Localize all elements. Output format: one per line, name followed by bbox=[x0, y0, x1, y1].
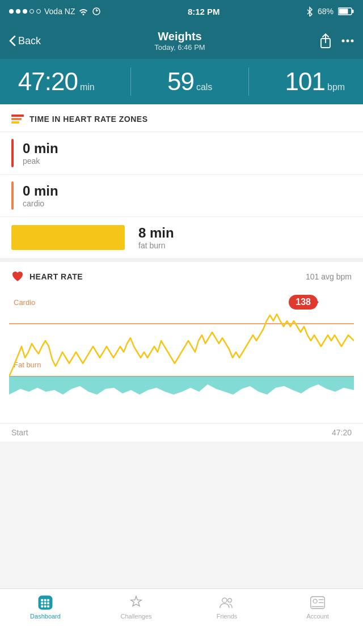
svg-point-11 bbox=[347, 40, 349, 43]
status-time: 8:12 PM bbox=[188, 7, 220, 16]
zone-cardio-border bbox=[11, 181, 14, 210]
nav-bar: Back Weights Today, 6:46 PM bbox=[0, 23, 363, 59]
carrier-label: Voda NZ bbox=[44, 7, 75, 16]
bpm-unit: bpm bbox=[327, 82, 345, 92]
stats-bar: 47:20 min 59 cals 101 bpm bbox=[0, 59, 363, 104]
nav-actions bbox=[319, 33, 354, 49]
zones-icon bbox=[11, 115, 24, 124]
friends-label: Friends bbox=[217, 613, 238, 620]
nav-item-account[interactable]: Account bbox=[272, 595, 363, 620]
back-label: Back bbox=[18, 35, 41, 47]
share-icon[interactable] bbox=[319, 33, 332, 49]
zone-cardio: 0 min cardio bbox=[0, 175, 363, 217]
page-subtitle: Today, 6:46 PM bbox=[154, 43, 205, 52]
activity-icon bbox=[92, 7, 101, 16]
stat-divider-2 bbox=[248, 67, 249, 96]
account-icon bbox=[310, 595, 326, 611]
zone-fatburn-info: 8 min fat burn bbox=[138, 225, 174, 250]
account-icon-container bbox=[310, 595, 326, 611]
duration-value: 47:20 bbox=[18, 67, 78, 96]
hr-section-header: HEART RATE 101 avg bpm bbox=[0, 259, 363, 287]
duration-unit: min bbox=[80, 82, 95, 92]
bpm-value: 101 bbox=[285, 67, 325, 96]
wifi-icon bbox=[78, 7, 88, 15]
hr-left: HEART RATE bbox=[11, 271, 83, 282]
svg-rect-23 bbox=[44, 605, 47, 608]
svg-rect-18 bbox=[47, 599, 49, 601]
stat-duration: 47:20 min bbox=[18, 67, 95, 96]
svg-rect-19 bbox=[41, 602, 43, 604]
svg-point-26 bbox=[228, 599, 232, 603]
zone-peak-border bbox=[11, 139, 14, 167]
chart-timeline: Start 47:20 bbox=[0, 423, 363, 442]
zone-peak-info: 0 min peak bbox=[23, 141, 58, 166]
status-bar: Voda NZ 8:12 PM 68% bbox=[0, 0, 363, 23]
zone-cardio-label: cardio bbox=[23, 199, 58, 208]
status-right: 68% bbox=[306, 6, 354, 16]
zone-fatburn-bar-container bbox=[11, 225, 125, 250]
more-icon[interactable] bbox=[341, 39, 354, 43]
challenges-icon bbox=[128, 594, 144, 611]
hr-title: HEART RATE bbox=[29, 272, 83, 281]
timeline-end: 47:20 bbox=[332, 428, 352, 437]
zone-fatburn-label: fat burn bbox=[138, 241, 174, 250]
zone-peak-value: 0 min bbox=[23, 141, 58, 156]
peak-badge: 138 bbox=[289, 295, 318, 310]
zone-fatburn-bar bbox=[11, 225, 125, 250]
zone-peak: 0 min peak bbox=[0, 132, 363, 175]
timeline-start: Start bbox=[11, 428, 28, 437]
stat-divider-1 bbox=[130, 67, 131, 96]
page-title: Weights bbox=[154, 30, 205, 43]
svg-rect-17 bbox=[44, 599, 47, 601]
battery-label: 68% bbox=[318, 7, 334, 16]
friends-icon-container bbox=[219, 595, 235, 611]
calories-value: 59 bbox=[167, 67, 194, 96]
zones-title: TIME IN HEART RATE ZONES bbox=[29, 115, 148, 124]
heart-rate-chart bbox=[9, 293, 354, 423]
chart-area: Cardio 138 Fat burn bbox=[0, 287, 363, 423]
chevron-left-icon bbox=[9, 35, 16, 46]
dashboard-icon-container bbox=[37, 595, 53, 611]
svg-rect-21 bbox=[47, 602, 49, 604]
bluetooth-icon bbox=[306, 6, 313, 16]
back-button[interactable]: Back bbox=[9, 35, 41, 47]
svg-rect-6 bbox=[339, 9, 348, 14]
svg-point-25 bbox=[222, 598, 227, 603]
friends-icon bbox=[219, 595, 235, 610]
zone-cardio-value: 0 min bbox=[23, 183, 58, 199]
svg-point-10 bbox=[342, 40, 345, 43]
zone-peak-label: peak bbox=[23, 156, 58, 166]
nav-item-friends[interactable]: Friends bbox=[182, 595, 272, 620]
status-left: Voda NZ bbox=[9, 7, 101, 16]
dashboard-icon bbox=[37, 592, 53, 613]
signal-dots bbox=[9, 9, 41, 14]
battery-icon bbox=[338, 7, 354, 15]
zone-fatburn-value: 8 min bbox=[138, 225, 174, 241]
zone-cardio-info: 0 min cardio bbox=[23, 183, 58, 208]
svg-rect-22 bbox=[41, 605, 43, 608]
svg-rect-7 bbox=[352, 10, 354, 13]
nav-item-challenges[interactable]: Challenges bbox=[91, 595, 182, 620]
calories-unit: cals bbox=[196, 82, 212, 92]
zones-section-header: TIME IN HEART RATE ZONES bbox=[0, 104, 363, 132]
svg-rect-16 bbox=[41, 599, 43, 601]
svg-rect-20 bbox=[44, 602, 47, 604]
heart-icon bbox=[11, 271, 24, 282]
bottom-nav: Dashboard Challenges Friends bbox=[0, 588, 363, 644]
svg-point-12 bbox=[351, 40, 354, 43]
nav-item-dashboard[interactable]: Dashboard bbox=[0, 595, 91, 620]
stat-bpm: 101 bpm bbox=[285, 67, 345, 96]
hr-avg: 101 avg bpm bbox=[306, 272, 352, 281]
zone-fatburn: 8 min fat burn bbox=[0, 217, 363, 259]
svg-point-28 bbox=[313, 599, 317, 603]
svg-rect-24 bbox=[47, 605, 49, 608]
stat-calories: 59 cals bbox=[167, 67, 212, 96]
main-content: TIME IN HEART RATE ZONES 0 min peak 0 mi… bbox=[0, 104, 363, 442]
account-label: Account bbox=[306, 613, 329, 620]
nav-title-section: Weights Today, 6:46 PM bbox=[154, 30, 205, 52]
challenges-icon-container bbox=[128, 595, 144, 611]
challenges-label: Challenges bbox=[120, 613, 151, 620]
dashboard-label: Dashboard bbox=[30, 613, 61, 620]
